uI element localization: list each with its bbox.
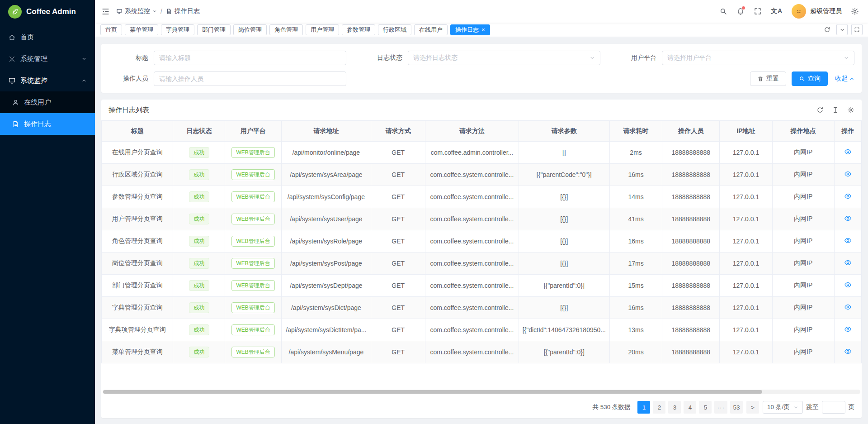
cell-handler: com.coffee.system.controlle... (425, 230, 519, 252)
search-icon[interactable] (719, 7, 727, 15)
reset-button[interactable]: 重置 (750, 71, 786, 86)
view-detail-eye-icon[interactable] (844, 259, 852, 267)
title-input[interactable] (159, 54, 341, 62)
cell-platform: WEB管理后台 (225, 319, 281, 341)
tabs-menu-chevron-icon[interactable] (836, 24, 848, 35)
platform-tag: WEB管理后台 (231, 191, 274, 202)
cell-handler: com.coffee.admin.controller... (425, 142, 519, 164)
page-button-5[interactable]: 5 (699, 401, 712, 414)
page-button-2[interactable]: 2 (653, 401, 665, 414)
column-settings-gear-icon[interactable] (847, 106, 854, 114)
cell-location: 内网IP (772, 230, 834, 252)
platform-tag: WEB管理后台 (231, 280, 274, 291)
view-detail-eye-icon[interactable] (844, 148, 852, 156)
reset-button-label: 重置 (766, 75, 779, 83)
cell-op (834, 319, 861, 341)
page-button-1[interactable]: 1 (637, 401, 650, 414)
sidebar-group-system-management[interactable]: 系统管理 (0, 48, 95, 70)
page-button-4[interactable]: 4 (684, 401, 696, 414)
tab-7[interactable]: 用户管理 (306, 24, 339, 35)
settings-gear-icon[interactable] (851, 7, 859, 15)
user-menu[interactable]: 超级管理员 (792, 4, 842, 19)
breadcrumb-item-monitor[interactable]: 系统监控 (116, 7, 157, 15)
tab-8[interactable]: 参数管理 (342, 24, 375, 35)
cell-params: [{"dictId":140647326180950... (519, 319, 609, 341)
tab-2[interactable]: 菜单管理 (125, 24, 158, 35)
cell-handler: com.coffee.system.controlle... (425, 297, 519, 319)
view-detail-eye-icon[interactable] (844, 170, 852, 178)
sidebar: Coffee Admin 首页 系统管理 系统监控 (0, 0, 95, 424)
platform-tag: WEB管理后台 (231, 258, 274, 269)
view-detail-eye-icon[interactable] (844, 348, 852, 355)
status-tag: 成功 (189, 214, 209, 224)
cell-operator: 18888888888 (662, 186, 720, 208)
cell-status: 成功 (173, 275, 225, 297)
log-status-select[interactable]: 请选择日志状态 (408, 51, 600, 65)
monitor-icon (8, 77, 16, 85)
cell-title: 在线用户分页查询 (102, 142, 173, 164)
tab-11[interactable]: 操作日志× (450, 24, 490, 35)
search-button[interactable]: 查询 (792, 71, 828, 86)
status-tag: 成功 (189, 147, 209, 158)
card-title: 操作日志列表 (108, 106, 149, 114)
sidebar-group-label: 系统监控 (20, 76, 47, 85)
cell-title: 菜单管理分页查询 (102, 341, 173, 363)
tab-10[interactable]: 在线用户 (414, 24, 448, 35)
sidebar-item-label: 在线用户 (24, 98, 51, 107)
logo[interactable]: Coffee Admin (0, 0, 95, 24)
cell-method: GET (371, 230, 425, 252)
cell-method: GET (371, 142, 425, 164)
view-detail-eye-icon[interactable] (844, 214, 852, 222)
chevron-down-icon (590, 55, 595, 61)
view-detail-eye-icon[interactable] (844, 281, 852, 289)
cell-url: /api/system/sysUser/page (281, 208, 371, 230)
platform-tag: WEB管理后台 (231, 147, 274, 158)
user-platform-select[interactable]: 请选择用户平台 (662, 51, 854, 65)
refresh-table-icon[interactable] (816, 106, 824, 114)
scrollbar-thumb[interactable] (103, 390, 762, 394)
sidebar-item-online-users[interactable]: 在线用户 (0, 91, 95, 113)
collapse-sidebar-icon[interactable] (101, 7, 110, 16)
row-density-icon[interactable] (832, 106, 839, 114)
sidebar-item-operation-log[interactable]: 操作日志 (0, 113, 95, 135)
tab-9[interactable]: 行政区域 (378, 24, 411, 35)
tab-1[interactable]: 首页 (100, 24, 122, 35)
next-page-button[interactable]: > (746, 401, 759, 414)
sidebar-group-system-monitor[interactable]: 系统监控 (0, 70, 95, 91)
translate-icon[interactable]: 文A (771, 7, 783, 15)
tab-6[interactable]: 角色管理 (269, 24, 303, 35)
sidebar-item-home[interactable]: 首页 (0, 26, 95, 48)
page-button-53[interactable]: 53 (730, 401, 743, 414)
chevron-down-icon (81, 55, 87, 63)
cell-title: 行政区域分页查询 (102, 164, 173, 186)
tab-4[interactable]: 部门管理 (197, 24, 231, 35)
tab-close-icon[interactable]: × (481, 27, 485, 33)
tab-label: 菜单管理 (130, 26, 153, 34)
jump-page-input[interactable] (822, 401, 845, 414)
table-row: 字典项管理分页查询成功WEB管理后台/api/system/sysDictIte… (102, 319, 862, 341)
home-icon (8, 33, 16, 41)
collapse-filters-link[interactable]: 收起 (835, 75, 854, 83)
cell-operator: 18888888888 (662, 252, 720, 275)
notifications-bell-icon[interactable] (736, 7, 745, 15)
tab-5[interactable]: 岗位管理 (233, 24, 267, 35)
view-detail-eye-icon[interactable] (844, 325, 852, 333)
content-expand-icon[interactable] (851, 24, 863, 35)
page-size-select[interactable]: 10 条/页 (763, 401, 803, 414)
view-detail-eye-icon[interactable] (844, 303, 852, 311)
page-content: 标题 日志状态 请选择日志状态 (95, 37, 868, 424)
main-area: 系统监控 / 操作日志 (95, 0, 868, 424)
page-button-3[interactable]: 3 (668, 401, 681, 414)
pagination-ellipsis[interactable]: ··· (714, 401, 727, 414)
platform-tag: WEB管理后台 (231, 236, 274, 247)
view-detail-eye-icon[interactable] (844, 192, 852, 200)
view-detail-eye-icon[interactable] (844, 237, 852, 244)
tab-label: 角色管理 (274, 26, 298, 34)
title-label: 标题 (108, 54, 148, 62)
refresh-tab-icon[interactable] (821, 24, 833, 35)
tab-3[interactable]: 字典管理 (161, 24, 194, 35)
cell-location: 内网IP (772, 186, 834, 208)
fullscreen-icon[interactable] (754, 7, 762, 15)
operator-input[interactable] (159, 75, 341, 82)
cell-ip: 127.0.0.1 (720, 208, 772, 230)
